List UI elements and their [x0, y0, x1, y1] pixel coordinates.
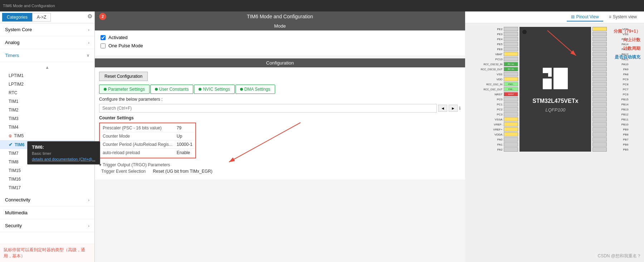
- sidebar-item-tim4[interactable]: TIM4: [0, 123, 94, 132]
- pin-nrst: NRSTNRST: [482, 92, 518, 96]
- trigger-title[interactable]: ▾ Trigger Output (TRGO) Parameters: [99, 162, 461, 167]
- tim6-tooltip: TIM6: Basic timer details and documentat…: [27, 141, 95, 165]
- tim6-label: TIM6: [15, 142, 24, 147]
- search-prev[interactable]: ◄: [438, 105, 447, 112]
- pin-r-pb13: PB13: [592, 107, 629, 111]
- mode-title: Mode: [95, 22, 465, 30]
- pin-pc2: PC2: [482, 107, 518, 111]
- pin-pe6: PE6: [482, 47, 518, 51]
- annot-xiangshangjishu: 向上计数: [614, 35, 640, 44]
- pin-pc13: PC13: [482, 57, 518, 61]
- sidebar-item-lptim1[interactable]: LPTIM1: [0, 71, 94, 80]
- pin-pc3: PC3: [482, 112, 518, 116]
- sidebar-item-rtc[interactable]: RTC: [0, 89, 94, 97]
- sidebar-item-connectivity[interactable]: Connectivity ›: [0, 194, 94, 206]
- pin-r-pb15: PB15: [592, 97, 629, 101]
- app-container: TIM6 Mode and Configuration Categories A…: [0, 0, 644, 262]
- pin-r-pb6: PB6: [592, 142, 629, 147]
- sidebar-item-tim16[interactable]: TIM16: [0, 175, 94, 184]
- config-section: Configuration Reset Configuration Parame…: [95, 58, 465, 180]
- activated-checkbox[interactable]: [101, 35, 106, 40]
- activated-row: Activated: [101, 35, 459, 40]
- param-value-counter-period[interactable]: 10000-1: [175, 140, 195, 149]
- tab-pinout-view[interactable]: ⊞ Pinout View: [567, 13, 603, 22]
- pin-r-pb12: PB12: [592, 112, 629, 116]
- one-pulse-label: One Pulse Mode: [108, 43, 143, 48]
- timers-chevron: ∨: [87, 53, 89, 58]
- param-dot: [104, 88, 107, 91]
- pin-pe5: PE5: [482, 42, 518, 46]
- sidebar-item-analog[interactable]: Analog ›: [0, 36, 94, 49]
- pin-pc14: RCC_OSC32_INPC 14.: [482, 62, 518, 66]
- svg-line-0: [547, 30, 576, 56]
- sidebar-item-timers[interactable]: Timers ∨: [0, 49, 94, 62]
- analog-label: Analog: [5, 40, 19, 45]
- scroll-up-arrow[interactable]: ▲: [0, 63, 94, 71]
- pin-vbat: VBAT: [482, 52, 518, 56]
- security-chevron: ›: [88, 224, 89, 228]
- system-core-chevron: ›: [88, 28, 89, 32]
- tab-user-constants[interactable]: User Constants: [150, 85, 194, 94]
- tooltip-link[interactable]: details and documentation (Ctrl+d)...: [32, 157, 95, 161]
- config-content: Reset Configuration Parameter Settings U…: [95, 67, 465, 180]
- system-icon: ≡: [609, 14, 611, 19]
- param-value-prescaler[interactable]: 79: [175, 124, 195, 132]
- right-panel: ⊞ Pinout View ≡ System view PE2 PE3 PE4 …: [465, 11, 644, 262]
- tab-nvic-settings[interactable]: NVIC Settings: [194, 85, 234, 94]
- tab-parameter-settings[interactable]: Parameter Settings: [99, 85, 150, 94]
- pin-vss: VSS: [482, 72, 518, 76]
- tab-dma-settings[interactable]: DMA Settings: [235, 85, 275, 94]
- tab-atoz[interactable]: A->Z: [32, 13, 51, 22]
- sidebar-item-security[interactable]: Security ›: [0, 219, 94, 232]
- info-icon[interactable]: ℹ: [459, 106, 461, 111]
- annotation-arrow-svg: [547, 27, 605, 91]
- chip-package: LQFP100: [546, 107, 566, 113]
- config-tab-bar: Parameter Settings User Constants NVIC S…: [99, 85, 461, 94]
- annot-fenpei: 分频（79+1）: [614, 27, 640, 35]
- annot-block: 分频（79+1） 向上计数 计数周期 是否自动填充: [614, 27, 640, 61]
- param-header: Configure the below parameters :: [99, 97, 461, 102]
- chip-corner: [522, 30, 527, 34]
- tab-categories[interactable]: Categories: [2, 13, 32, 22]
- table-row: Counter Period (AutoReload Regis... 1000…: [101, 140, 195, 149]
- pin-r-pb8: PB8: [592, 132, 629, 137]
- pin-r-pb11: PB11: [592, 117, 629, 122]
- sidebar-item-tim1[interactable]: TIM1: [0, 97, 94, 106]
- sidebar-item-system-core[interactable]: System Core ›: [0, 23, 94, 36]
- user-dot: [155, 88, 158, 91]
- left-pin-col: PE2 PE3 PE4 PE5 PE6 VBAT PC13 RCC_OSC32_…: [480, 27, 518, 152]
- one-pulse-row: One Pulse Mode: [101, 43, 459, 48]
- table-row: Prescaler (PSC - 16 bits value) 79: [101, 124, 195, 132]
- pin-r-pb9: PB9: [592, 127, 629, 132]
- sidebar-item-tim2[interactable]: TIM2: [0, 106, 94, 114]
- sidebar-item-tim17[interactable]: TIM17: [0, 184, 94, 192]
- header-badge: 2: [99, 13, 106, 20]
- tab-system-view[interactable]: ≡ System view: [605, 13, 641, 22]
- sidebar-item-tim3[interactable]: TIM3: [0, 114, 94, 123]
- pin-pe4: PE4: [482, 37, 518, 41]
- view-tabs: ⊞ Pinout View ≡ System view: [465, 11, 644, 23]
- search-next[interactable]: ►: [449, 105, 458, 112]
- search-row: ◄ ► ℹ: [99, 104, 461, 113]
- reset-config-button[interactable]: Reset Configuration: [99, 72, 148, 81]
- one-pulse-checkbox[interactable]: [101, 43, 106, 48]
- param-value-counter-mode[interactable]: Up: [175, 132, 195, 140]
- activated-label: Activated: [108, 35, 127, 40]
- trigger-event-label: Trigger Event Selection: [101, 169, 146, 174]
- search-input[interactable]: [99, 104, 437, 113]
- chip-area: PE2 PE3 PE4 PE5 PE6 VBAT PC13 RCC_OSC32_…: [465, 23, 644, 262]
- param-value-auto-reload[interactable]: Enable: [175, 149, 195, 157]
- sidebar-item-lptim2[interactable]: LPTIM2: [0, 80, 94, 89]
- top-bar-label: TIM6 Mode and Configuration: [3, 4, 55, 8]
- config-title: Configuration: [95, 58, 465, 67]
- pin-rcc-osc-in: RCC_OSC_INFNO..: [482, 82, 518, 86]
- settings-icon[interactable]: ⚙: [87, 13, 92, 22]
- user-tab-label: User Constants: [159, 87, 189, 92]
- chip-annotations: 分频（79+1） 向上计数 计数周期 是否自动填充: [614, 27, 640, 61]
- sidebar-item-multimedia[interactable]: Multimedia: [0, 206, 94, 219]
- pin-vref+: VREF+: [482, 127, 518, 132]
- sidebar-item-tim5[interactable]: ① TIM5: [0, 132, 94, 140]
- sidebar-item-tim15[interactable]: TIM15: [0, 166, 94, 175]
- pin-r-pb7: PB7: [592, 137, 629, 142]
- sidebar-tabs: Categories A->Z ⚙: [0, 11, 94, 23]
